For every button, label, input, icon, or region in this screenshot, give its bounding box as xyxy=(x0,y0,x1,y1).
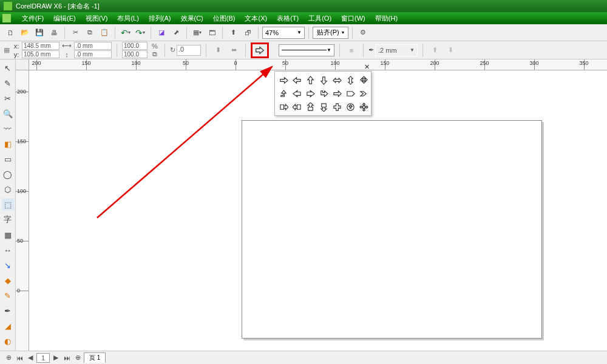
last-page-button[interactable]: ⏭ xyxy=(62,353,72,363)
vertical-ruler[interactable]: 200150100500 xyxy=(16,70,29,351)
rotation-input[interactable]: .0 xyxy=(177,45,201,56)
outline-tool[interactable]: ✒ xyxy=(2,305,14,317)
arrow-notch-right-shape[interactable] xyxy=(304,87,316,99)
arrow-right-shape[interactable] xyxy=(277,74,290,86)
arrow-left-shape[interactable] xyxy=(291,74,303,86)
zoom-tool[interactable]: 🔍 xyxy=(2,107,14,120)
ruler-origin[interactable] xyxy=(16,59,29,70)
arrow-chevron-shape[interactable] xyxy=(358,87,370,99)
open-button[interactable]: 📂 xyxy=(18,26,32,39)
menu-item[interactable]: 视图(V) xyxy=(81,14,113,23)
connector-tool[interactable]: ↘ xyxy=(2,259,14,271)
publish-button[interactable]: ⬆ xyxy=(226,26,240,39)
arrow-right-box-shape[interactable] xyxy=(277,101,290,113)
wrap-text-button[interactable]: ≡ xyxy=(345,44,358,57)
arrow-right-turn-shape[interactable] xyxy=(317,87,330,99)
mirror-v-button[interactable]: ⬌ xyxy=(227,44,240,57)
cut-button[interactable]: ✂ xyxy=(69,26,82,39)
y-position-input[interactable]: 105.0 mm xyxy=(22,50,59,58)
menu-item[interactable]: 效果(C) xyxy=(176,14,208,23)
arrow-updown-shape[interactable] xyxy=(344,74,356,86)
arrow-up-box-shape[interactable] xyxy=(304,101,316,113)
zoom-level[interactable]: 47% ▼ xyxy=(262,27,305,39)
height-input[interactable]: .0 mm xyxy=(74,50,112,58)
new-button[interactable]: 🗋 xyxy=(4,26,17,39)
menu-item[interactable]: 窗口(W) xyxy=(336,14,370,23)
outline-width-input[interactable]: .2 mm ▼ xyxy=(375,44,418,56)
dimension-tool[interactable]: ↔ xyxy=(2,244,14,256)
export-button[interactable]: ⬈ xyxy=(169,26,183,39)
first-page-button[interactable]: ⏮ xyxy=(15,353,24,363)
presets-button[interactable]: ▦ xyxy=(4,46,10,54)
smart-fill-tool[interactable]: ◧ xyxy=(2,138,14,150)
menu-item[interactable]: 工具(O) xyxy=(304,14,336,23)
arrow-right-alt-shape[interactable] xyxy=(331,87,343,99)
arrow-bent-up-shape[interactable] xyxy=(277,87,290,99)
arrow-down-shape[interactable] xyxy=(317,74,330,86)
pick-tool[interactable]: ↖ xyxy=(2,62,14,74)
redo-button[interactable]: ↷▾ xyxy=(134,26,147,39)
arrow-left-box-shape[interactable] xyxy=(291,101,303,113)
menu-item[interactable]: 帮助(H) xyxy=(370,14,402,23)
scale-y-input[interactable]: 100.0 xyxy=(122,50,148,58)
import-button[interactable]: ◪ xyxy=(155,26,168,39)
lock-ratio-icon[interactable]: ⧉ xyxy=(150,50,160,58)
arrow-leftright-shape[interactable] xyxy=(331,74,343,86)
menu-item[interactable]: 排列(A) xyxy=(144,14,176,23)
page-tab[interactable]: 页 1 xyxy=(84,352,106,363)
menu-item[interactable]: 表格(T) xyxy=(272,14,304,23)
arrow-up-shape[interactable] xyxy=(304,74,316,86)
menu-item[interactable]: 文本(X) xyxy=(240,14,272,23)
arrow-pentagon-shape[interactable] xyxy=(344,87,356,99)
interactive-tool[interactable]: ◆ xyxy=(2,274,14,286)
menu-item[interactable]: 文件(F) xyxy=(17,14,49,23)
arrow-notch-left-shape[interactable] xyxy=(291,87,303,99)
snap-button[interactable]: 贴齐(P) ▾ xyxy=(313,27,348,39)
to-front-button[interactable]: ⬆ xyxy=(428,44,441,57)
width-input[interactable]: .0 mm xyxy=(74,42,112,50)
menu-item[interactable]: 布局(L) xyxy=(112,14,143,23)
table-tool[interactable]: ▦ xyxy=(2,229,14,241)
to-back-button[interactable]: ⬇ xyxy=(444,44,457,57)
eyedropper-tool[interactable]: ✎ xyxy=(2,289,14,302)
ellipse-tool[interactable]: ◯ xyxy=(2,168,14,180)
options-button[interactable]: ⚙ xyxy=(356,26,370,39)
outline-style-select[interactable]: ▼ xyxy=(279,44,334,56)
copy-button[interactable]: ⧉ xyxy=(83,26,97,39)
freehand-tool[interactable]: 〰 xyxy=(2,123,14,135)
launch-button[interactable]: ▦▾ xyxy=(191,26,204,39)
polygon-tool[interactable]: ⬡ xyxy=(2,183,14,195)
interactive-fill-tool[interactable]: ◐ xyxy=(2,335,14,347)
menu-item[interactable]: 编辑(E) xyxy=(49,14,81,23)
arrow-quad-callout-shape[interactable] xyxy=(358,101,370,113)
next-page-button[interactable]: ▶ xyxy=(51,353,61,363)
x-position-input[interactable]: 148.5 mm xyxy=(22,42,59,50)
scale-x-input[interactable]: 100.0 xyxy=(122,42,148,50)
paste-button[interactable]: 📋 xyxy=(98,26,111,39)
arrow-down-callout-shape[interactable] xyxy=(317,101,330,113)
app-button[interactable]: 🗗 xyxy=(241,26,254,39)
perfect-shapes-tool[interactable]: ⬚ xyxy=(2,198,14,211)
arrow-quad-shape[interactable] xyxy=(358,74,370,86)
welcome-button[interactable]: 🗔 xyxy=(205,26,219,39)
horizontal-ruler[interactable]: 20015010050050100150200250300350 xyxy=(29,59,607,70)
toolbox: ↖✎✂🔍〰◧▭◯⬡⬚字▦↔↘◆✎✒◢◐ xyxy=(0,59,16,351)
page-count-icon[interactable]: 1 xyxy=(36,353,50,363)
arrow-plus-shape[interactable] xyxy=(331,101,343,113)
rectangle-tool[interactable]: ▭ xyxy=(2,153,14,165)
text-tool[interactable]: 字 xyxy=(2,214,14,226)
mirror-h-button[interactable]: ⬍ xyxy=(211,44,225,57)
perfect-shape-picker[interactable] xyxy=(251,42,269,58)
menu-item[interactable]: 位图(B) xyxy=(208,14,240,23)
undo-button[interactable]: ↶▾ xyxy=(119,26,132,39)
fill-tool[interactable]: ◢ xyxy=(2,320,14,332)
print-button[interactable]: 🖶 xyxy=(47,26,61,39)
shape-tool[interactable]: ✎ xyxy=(2,77,14,89)
crop-tool[interactable]: ✂ xyxy=(2,92,14,104)
add-page-icon[interactable]: ⊕ xyxy=(4,353,13,363)
flyout-close-icon[interactable]: ✕ xyxy=(364,63,370,71)
save-button[interactable]: 💾 xyxy=(33,26,46,39)
add-page-after-icon[interactable]: ⊕ xyxy=(73,353,83,363)
prev-page-button[interactable]: ◀ xyxy=(25,353,35,363)
arrow-circle-shape[interactable] xyxy=(344,101,356,113)
